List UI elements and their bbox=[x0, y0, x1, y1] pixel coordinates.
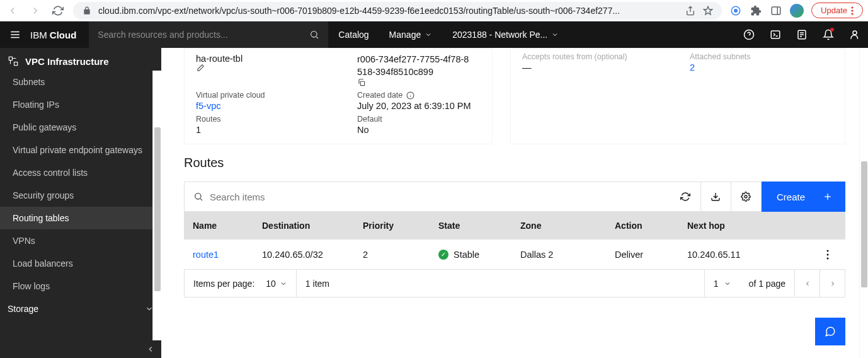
browser-url-text: cloud.ibm.com/vpc-ext/network/vpc/us-sou… bbox=[98, 6, 679, 16]
next-page-button[interactable] bbox=[819, 270, 845, 297]
download-button[interactable] bbox=[701, 182, 731, 212]
routes-count-value: 1 bbox=[196, 124, 334, 135]
settings-button[interactable] bbox=[731, 182, 762, 212]
subnets-link[interactable]: 2 bbox=[690, 61, 751, 72]
create-route-button[interactable]: Create bbox=[762, 182, 845, 212]
col-priority[interactable]: Priority bbox=[354, 221, 430, 231]
browser-forward-button[interactable] bbox=[28, 3, 43, 18]
col-action[interactable]: Action bbox=[606, 221, 678, 231]
routes-search-box[interactable] bbox=[184, 182, 671, 212]
created-value: July 20, 2023 at 6:39:10 PM bbox=[357, 100, 471, 111]
search-icon bbox=[193, 192, 203, 202]
page-of-label: of 1 page bbox=[740, 270, 794, 297]
items-per-page-label: Items per page: bbox=[193, 279, 254, 289]
route-state: ✓Stable bbox=[430, 250, 511, 260]
sidebar-item-load-balancers[interactable]: Load balancers bbox=[0, 252, 161, 275]
table-row[interactable]: route1 10.240.65.0/32 2 ✓Stable Dallas 2… bbox=[184, 240, 845, 270]
col-state[interactable]: State bbox=[430, 221, 511, 231]
info-icon[interactable] bbox=[406, 91, 414, 100]
col-nexthop[interactable]: Next hop bbox=[678, 221, 818, 231]
sidebar-scrollbar[interactable] bbox=[152, 71, 161, 340]
menu-toggle-button[interactable] bbox=[0, 29, 30, 40]
star-icon[interactable] bbox=[702, 4, 714, 17]
accepts-value: — bbox=[522, 61, 667, 72]
default-value: No bbox=[357, 124, 382, 135]
browser-back-button[interactable] bbox=[5, 3, 20, 18]
route-priority: 2 bbox=[354, 250, 430, 260]
sidebar-item-security-groups[interactable]: Security groups bbox=[0, 184, 161, 207]
svg-point-4 bbox=[852, 6, 854, 8]
browser-reload-button[interactable] bbox=[50, 3, 66, 18]
sidebar-item-flow-logs[interactable]: Flow logs bbox=[0, 275, 161, 297]
main-scrollbar[interactable] bbox=[859, 48, 868, 358]
manage-dropdown[interactable]: Manage bbox=[379, 21, 443, 48]
edit-icon[interactable] bbox=[196, 64, 334, 72]
route-table-id: r006-734ef277-7755-4f78-8518-394f8510c89… bbox=[357, 52, 469, 87]
svg-rect-2 bbox=[772, 7, 780, 14]
col-zone[interactable]: Zone bbox=[511, 221, 606, 231]
profile-avatar[interactable] bbox=[790, 4, 804, 18]
routes-heading: Routes bbox=[184, 156, 845, 170]
route-destination: 10.240.65.0/32 bbox=[253, 250, 354, 260]
routes-count-label: Routes bbox=[196, 115, 334, 124]
svg-line-27 bbox=[200, 199, 202, 200]
browser-url-bar[interactable]: cloud.ibm.com/vpc-ext/network/vpc/us-sou… bbox=[73, 2, 722, 20]
prev-page-button[interactable] bbox=[794, 270, 819, 297]
accepts-label: Accepts routes from (optional) bbox=[522, 52, 667, 61]
items-per-page-select[interactable]: 10 bbox=[266, 279, 287, 289]
extension-icon[interactable] bbox=[729, 4, 742, 17]
sidebar-item-public-gateways[interactable]: Public gateways bbox=[0, 116, 161, 139]
vpc-link[interactable]: f5-vpc bbox=[196, 100, 334, 111]
svg-point-32 bbox=[827, 253, 829, 255]
sidebar-item-vpe-gateways[interactable]: Virtual private endpoint gateways bbox=[0, 139, 161, 161]
share-icon[interactable] bbox=[684, 4, 697, 17]
sidebar-item-subnets[interactable]: Subnets bbox=[0, 71, 161, 93]
sidebar-collapse-button[interactable] bbox=[0, 340, 161, 358]
user-icon[interactable] bbox=[842, 21, 868, 48]
svg-point-6 bbox=[852, 13, 854, 14]
svg-point-28 bbox=[745, 195, 747, 198]
routes-search-input[interactable] bbox=[210, 192, 662, 202]
table-pagination: Items per page: 10 1 item 1 of 1 page bbox=[184, 270, 845, 297]
global-search[interactable] bbox=[89, 21, 328, 48]
brand-logo[interactable]: IBM Cloud bbox=[30, 30, 89, 40]
shell-icon[interactable] bbox=[762, 21, 789, 48]
route-nexthop: 10.240.65.11 bbox=[678, 250, 818, 260]
account-dropdown[interactable]: 2023188 - Network Pe... bbox=[442, 21, 569, 48]
svg-point-5 bbox=[852, 9, 854, 11]
global-search-input[interactable] bbox=[98, 30, 309, 40]
row-overflow-menu[interactable] bbox=[818, 250, 845, 260]
svg-point-19 bbox=[853, 31, 857, 35]
cost-icon[interactable] bbox=[789, 21, 815, 48]
svg-line-11 bbox=[316, 37, 318, 38]
search-icon[interactable] bbox=[309, 30, 319, 40]
svg-point-31 bbox=[827, 250, 829, 251]
sidebar-item-floating-ips[interactable]: Floating IPs bbox=[0, 93, 161, 116]
chat-button[interactable] bbox=[815, 318, 845, 345]
sidebar-item-vpns[interactable]: VPNs bbox=[0, 229, 161, 252]
browser-update-button[interactable]: Update bbox=[811, 3, 863, 18]
col-name[interactable]: Name bbox=[184, 221, 253, 231]
catalog-link[interactable]: Catalog bbox=[328, 21, 379, 48]
route-zone: Dallas 2 bbox=[511, 250, 606, 260]
checkmark-icon: ✓ bbox=[438, 250, 448, 260]
page-select[interactable]: 1 bbox=[704, 270, 740, 297]
notifications-icon[interactable] bbox=[815, 21, 842, 48]
copy-icon[interactable] bbox=[357, 78, 469, 87]
help-icon[interactable] bbox=[736, 21, 762, 48]
item-count: 1 item bbox=[297, 279, 704, 289]
svg-point-10 bbox=[311, 32, 317, 37]
refresh-button[interactable] bbox=[671, 182, 701, 212]
sidebar-section-storage[interactable]: Storage bbox=[0, 297, 161, 320]
sidebar-item-acls[interactable]: Access control lists bbox=[0, 161, 161, 184]
notification-dot bbox=[830, 28, 834, 32]
routes-table: Name Destination Priority State Zone Act… bbox=[184, 212, 845, 270]
sidebar-item-routing-tables[interactable]: Routing tables bbox=[0, 207, 161, 229]
route-name-link[interactable]: route1 bbox=[184, 250, 253, 260]
sidepanel-icon[interactable] bbox=[770, 4, 782, 17]
sidebar-title: VPC Infrastructure bbox=[0, 48, 161, 71]
col-destination[interactable]: Destination bbox=[253, 221, 354, 231]
puzzle-icon[interactable] bbox=[750, 4, 762, 17]
infrastructure-icon bbox=[8, 55, 19, 67]
default-label: Default bbox=[357, 115, 382, 124]
